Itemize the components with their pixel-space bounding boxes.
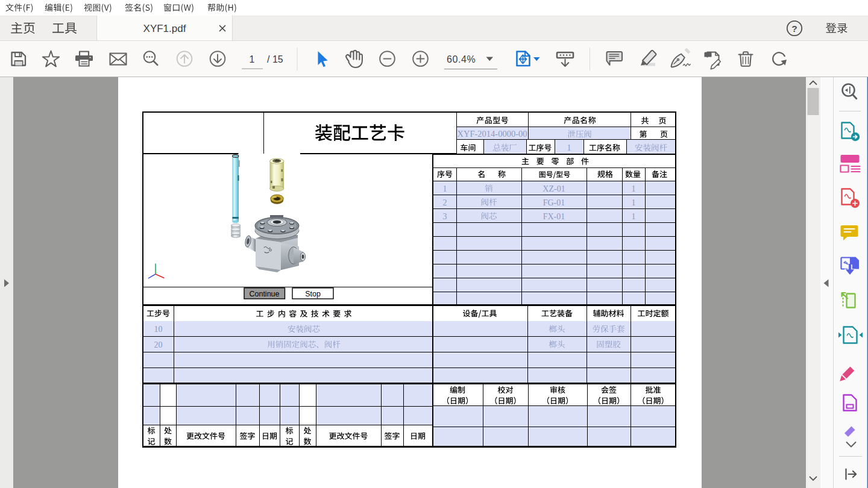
svg-text:FG-01: FG-01	[543, 198, 565, 207]
svg-text:1: 1	[250, 54, 255, 64]
svg-text:Continue: Continue	[249, 290, 279, 298]
svg-text:XZ-01: XZ-01	[542, 184, 565, 193]
svg-text:1: 1	[567, 143, 571, 152]
svg-text:2: 2	[443, 198, 447, 207]
svg-text:60.4%: 60.4%	[447, 54, 476, 64]
svg-text:Stop: Stop	[305, 290, 321, 298]
svg-text:XYF-2014-0000-00: XYF-2014-0000-00	[458, 129, 527, 139]
svg-text:XYF1.pdf: XYF1.pdf	[143, 23, 186, 34]
svg-text:1: 1	[632, 184, 636, 193]
svg-text:10: 10	[154, 325, 163, 334]
svg-text:FX-01: FX-01	[543, 212, 565, 221]
svg-text:20: 20	[154, 340, 163, 349]
svg-text:3: 3	[443, 212, 447, 221]
svg-text:1: 1	[443, 184, 447, 193]
svg-text:?: ?	[791, 23, 797, 34]
svg-text:1: 1	[632, 198, 636, 207]
svg-text:1: 1	[632, 212, 636, 221]
svg-text:/ 15: / 15	[267, 54, 283, 64]
